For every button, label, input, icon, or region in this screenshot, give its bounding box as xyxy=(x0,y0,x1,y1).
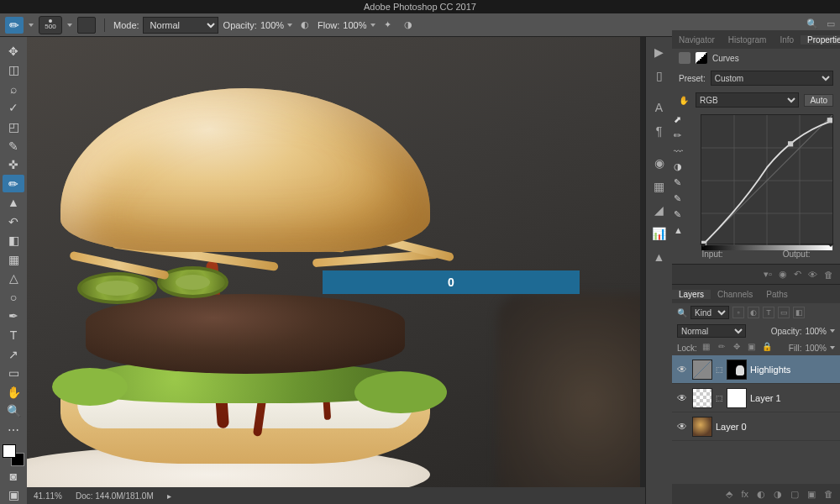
search-icon[interactable]: 🔍 xyxy=(806,18,818,29)
black-point-icon[interactable]: ✎ xyxy=(674,209,683,220)
layer-thumb[interactable] xyxy=(692,417,712,437)
channel-select[interactable]: RGB xyxy=(696,92,799,108)
toggle-visibility-icon[interactable]: 👁 xyxy=(808,270,817,280)
tool-preset-dropdown[interactable] xyxy=(29,24,34,27)
filter-smart-icon[interactable]: ◧ xyxy=(793,307,805,318)
shape-tool[interactable]: ▭ xyxy=(3,364,24,382)
sampler-icon[interactable]: ✋ xyxy=(679,96,690,105)
layer-name[interactable]: Layer 1 xyxy=(750,393,781,403)
color-panel-icon[interactable]: ◉ xyxy=(654,156,664,170)
curve-edit-icon[interactable]: ⬈ xyxy=(674,114,683,125)
new-layer-icon[interactable]: ▣ xyxy=(807,489,816,500)
filter-adjust-icon[interactable]: ◐ xyxy=(748,307,759,318)
layer-row-layer1[interactable]: 👁 ⬚ Layer 1 xyxy=(672,384,840,412)
tool-indicator-brush[interactable]: ✏ xyxy=(5,17,24,34)
clone-stamp-tool[interactable]: ▲ xyxy=(3,193,24,212)
pen-tool[interactable]: ✒ xyxy=(3,307,24,326)
gradient-tool[interactable]: ▦ xyxy=(3,250,24,269)
layer-blend-select[interactable]: Normal xyxy=(677,324,746,338)
tab-navigator[interactable]: Navigator xyxy=(672,35,722,45)
flow-value[interactable]: 100% xyxy=(343,20,366,30)
zoom-level[interactable]: 41.11% xyxy=(34,491,62,501)
history-brush-tool[interactable]: ↶ xyxy=(3,213,24,231)
layer-row-highlights[interactable]: 👁 ⬚ Highlights xyxy=(672,355,840,384)
curve-clip-icon[interactable]: ▲ xyxy=(674,225,683,235)
eyedropper-tool[interactable]: ✎ xyxy=(3,137,24,155)
preset-select[interactable]: Custom xyxy=(711,71,833,86)
delete-adjustment-icon[interactable]: 🗑 xyxy=(824,270,833,280)
hand-tool[interactable]: ✋ xyxy=(3,383,24,402)
curves-graph[interactable] xyxy=(701,114,833,244)
zoom-tool[interactable]: 🔍 xyxy=(3,402,24,420)
character-panel-icon[interactable]: A xyxy=(655,101,663,114)
adjustments-panel-icon[interactable]: ◢ xyxy=(654,203,664,217)
curve-smooth-icon[interactable]: 〰 xyxy=(674,146,683,156)
gray-point-icon[interactable]: ✎ xyxy=(674,193,683,204)
paragraph-panel-icon[interactable]: ¶ xyxy=(656,124,663,138)
history-panel-icon[interactable]: ▯ xyxy=(656,69,663,82)
doc-size[interactable]: Doc: 144.0M/181.0M xyxy=(76,491,154,501)
dodge-tool[interactable]: ○ xyxy=(3,288,24,307)
clip-icon[interactable]: ▾▫ xyxy=(764,269,772,280)
brush-preset-picker[interactable]: 500 xyxy=(39,16,62,34)
tab-paths[interactable]: Paths xyxy=(759,290,795,299)
styles-panel-icon[interactable]: 📊 xyxy=(652,227,666,240)
white-point-icon[interactable]: ✎ xyxy=(674,177,683,188)
layer-opacity-dropdown[interactable] xyxy=(830,329,835,333)
layer-name[interactable]: Highlights xyxy=(750,365,790,375)
pressure-opacity-icon[interactable]: ◐ xyxy=(297,18,312,33)
tab-histogram[interactable]: Histogram xyxy=(722,35,774,45)
edit-toolbar[interactable]: ⋯ xyxy=(3,421,24,439)
filter-type-icon[interactable]: T xyxy=(763,307,774,318)
airbrush-icon[interactable]: ✦ xyxy=(381,18,396,33)
fill-dropdown[interactable] xyxy=(830,346,835,349)
blur-tool[interactable]: △ xyxy=(3,270,24,288)
libraries-panel-icon[interactable]: ▲ xyxy=(654,250,665,264)
eraser-tool[interactable]: ◧ xyxy=(3,231,24,249)
blend-mode-select[interactable]: Normal xyxy=(143,17,218,34)
flow-dropdown[interactable] xyxy=(370,24,375,27)
filter-pixel-icon[interactable]: ▫ xyxy=(732,307,744,318)
layer-mask-thumb[interactable] xyxy=(727,388,747,408)
quick-select-tool[interactable]: ✓ xyxy=(3,99,24,118)
brush-preset-dropdown[interactable] xyxy=(67,24,72,27)
path-select-tool[interactable]: ↗ xyxy=(3,345,24,364)
brush-panel-toggle[interactable] xyxy=(77,17,96,34)
layer-thumb[interactable] xyxy=(692,388,712,408)
play-icon[interactable]: ▶ xyxy=(654,45,664,59)
lock-all-icon[interactable]: 🔒 xyxy=(761,342,773,354)
visibility-toggle[interactable]: 👁 xyxy=(675,364,689,375)
quick-mask-toggle[interactable]: ◙ xyxy=(3,467,24,486)
new-fill-adjust-icon[interactable]: ◑ xyxy=(774,489,782,500)
reset-icon[interactable]: ↶ xyxy=(794,269,801,280)
layer-mask-thumb[interactable] xyxy=(727,360,747,380)
filter-kind-select[interactable]: Kind xyxy=(690,306,729,319)
tab-info[interactable]: Info xyxy=(773,35,801,45)
lock-artboard-icon[interactable]: ▣ xyxy=(746,342,758,354)
crop-tool[interactable]: ◰ xyxy=(3,118,24,136)
lasso-tool[interactable]: ⌕ xyxy=(3,80,24,98)
add-mask-icon[interactable]: ◐ xyxy=(757,489,765,500)
curve-sampler-icon[interactable]: ◑ xyxy=(674,161,683,172)
link-layers-icon[interactable]: ⬘ xyxy=(726,489,732,500)
opacity-value[interactable]: 100% xyxy=(260,20,284,30)
workspace-icon[interactable]: ▭ xyxy=(827,18,835,29)
status-arrow-icon[interactable]: ▸ xyxy=(167,491,171,501)
type-tool[interactable]: T xyxy=(3,326,24,344)
healing-tool[interactable]: ✜ xyxy=(3,155,24,174)
marquee-tool[interactable]: ◫ xyxy=(3,61,24,80)
document-canvas[interactable]: 0 xyxy=(27,37,640,487)
layer-fx-icon[interactable]: fx xyxy=(741,489,748,499)
swatches-panel-icon[interactable]: ▦ xyxy=(654,180,664,193)
new-group-icon[interactable]: ▢ xyxy=(790,489,799,500)
tab-properties[interactable]: Properties xyxy=(801,35,840,45)
view-prev-icon[interactable]: ◉ xyxy=(779,269,787,280)
tab-layers[interactable]: Layers xyxy=(672,290,711,299)
link-mask-icon[interactable]: ⬚ xyxy=(716,365,723,374)
link-mask-icon[interactable]: ⬚ xyxy=(716,394,723,402)
opacity-dropdown[interactable] xyxy=(287,24,292,27)
layer-name[interactable]: Layer 0 xyxy=(716,422,747,432)
lock-position-icon[interactable]: ✥ xyxy=(731,342,743,354)
move-tool[interactable]: ✥ xyxy=(3,42,24,60)
tab-channels[interactable]: Channels xyxy=(711,290,759,299)
